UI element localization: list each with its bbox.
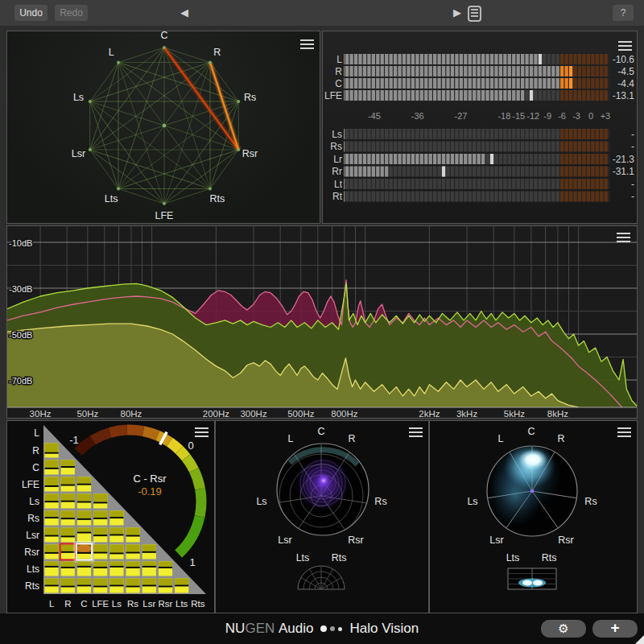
- matrix-cell[interactable]: [45, 528, 59, 543]
- matrix-row-label: Rs: [27, 513, 39, 524]
- back-icon[interactable]: ◀: [180, 6, 188, 19]
- brand-audio: Audio: [279, 621, 313, 637]
- spectrum-freq-label: 8kHz: [547, 409, 568, 418]
- matrix-cell[interactable]: [45, 511, 59, 526]
- resize-grip[interactable]: [635, 635, 644, 644]
- meter-scale-label: -36: [411, 111, 424, 121]
- matrix-cell[interactable]: [142, 545, 156, 559]
- brand-product: Halo Vision: [349, 621, 419, 637]
- matrix-cell[interactable]: [93, 511, 107, 526]
- brand-gen: GEN: [245, 621, 275, 637]
- matrix-cell[interactable]: [61, 562, 75, 576]
- meter-channel-label: LFE: [324, 90, 342, 101]
- matrix-cell[interactable]: [142, 562, 156, 576]
- add-instance-button[interactable]: +: [592, 620, 638, 638]
- gauge-zero-label: 0: [184, 440, 198, 452]
- matrix-cell[interactable]: [93, 579, 107, 593]
- meter-scale-label: -45: [368, 111, 381, 121]
- gauge-pair-label: C - Rsr: [101, 473, 198, 485]
- panel-menu-icon[interactable]: [300, 39, 314, 52]
- scope-channel-label: C: [317, 426, 324, 437]
- matrix-cell[interactable]: [109, 511, 123, 526]
- scope-height-label: Lts: [506, 552, 520, 564]
- matrix-cell[interactable]: [61, 579, 75, 593]
- matrix-col-label: Rs: [127, 599, 138, 609]
- matrix-col-label: Lts: [175, 599, 188, 609]
- toolbar: Undo Redo ◀ ▶ ?: [0, 0, 644, 26]
- matrix-col-label: Rsr: [159, 599, 173, 609]
- web-channel-label: Lts: [105, 193, 118, 204]
- matrix-cell[interactable]: [61, 494, 75, 509]
- matrix-cell[interactable]: [109, 545, 123, 559]
- matrix-cell[interactable]: [175, 579, 188, 593]
- matrix-cell[interactable]: [45, 444, 59, 458]
- meter-channel-label: C: [335, 78, 342, 89]
- matrix-cell[interactable]: [126, 545, 140, 559]
- matrix-cell[interactable]: [77, 477, 91, 492]
- matrix-cell[interactable]: [45, 494, 59, 509]
- matrix-cell[interactable]: [45, 579, 59, 593]
- panel-menu-icon[interactable]: [617, 427, 631, 440]
- surround-scope-graphic: CLRLsRsLsrRsrLtsRts: [216, 421, 428, 613]
- correlation-web-panel: CRRsRsrRtsLFELtsLsrLsL: [6, 31, 320, 224]
- matrix-cell[interactable]: [45, 545, 59, 559]
- scope-channel-label: Rs: [584, 496, 597, 507]
- matrix-cell[interactable]: [45, 460, 59, 475]
- matrix-cell[interactable]: [60, 544, 76, 560]
- matrix-cell[interactable]: [159, 579, 172, 593]
- matrix-row-label: C: [32, 462, 39, 473]
- matrix-cell[interactable]: [93, 545, 107, 559]
- matrix-cell[interactable]: [77, 494, 91, 509]
- panel-menu-icon[interactable]: [195, 427, 208, 440]
- redo-button[interactable]: Redo: [55, 5, 88, 21]
- meter-scale-label: -18: [497, 111, 510, 121]
- undo-button[interactable]: Undo: [14, 5, 47, 21]
- plus-icon: +: [610, 619, 619, 636]
- spectrum-graphic: -10dB-30dB-50dB-70dB30Hz50Hz80Hz200Hz300…: [7, 226, 637, 418]
- matrix-col-label: Rts: [191, 599, 205, 609]
- matrix-cell[interactable]: [109, 528, 123, 543]
- play-icon[interactable]: ▶: [453, 6, 461, 19]
- matrix-cell[interactable]: [77, 579, 91, 593]
- matrix-cell[interactable]: [109, 579, 123, 593]
- matrix-cell[interactable]: [77, 528, 91, 543]
- web-channel-label: Lsr: [72, 148, 85, 159]
- matrix-cell[interactable]: [126, 579, 140, 593]
- matrix-cell[interactable]: [75, 543, 93, 561]
- spectrum-freq-label: 30Hz: [30, 409, 52, 418]
- matrix-cell[interactable]: [77, 562, 91, 576]
- web-channel-label: Rts: [209, 193, 225, 204]
- matrix-cell[interactable]: [109, 562, 123, 576]
- meter-readout: -4.4: [617, 78, 634, 89]
- settings-button[interactable]: ⚙: [541, 620, 586, 638]
- matrix-cell[interactable]: [61, 528, 75, 543]
- matrix-row-label: L: [34, 427, 39, 439]
- panel-menu-icon[interactable]: [617, 233, 630, 245]
- matrix-row-label: Ls: [29, 496, 39, 507]
- panel-menu-icon[interactable]: [618, 41, 632, 53]
- matrix-cell[interactable]: [126, 528, 140, 543]
- scope-channel-label: Lsr: [489, 535, 503, 546]
- meter-channel-label: Lr: [333, 154, 342, 165]
- matrix-cell[interactable]: [159, 562, 172, 576]
- energy-scope-panel: CLRLsRsLsrRsrLtsRts: [429, 420, 638, 613]
- help-button[interactable]: ?: [613, 5, 634, 21]
- matrix-cell[interactable]: [45, 477, 59, 492]
- matrix-cell[interactable]: [126, 562, 140, 576]
- panel-menu-icon[interactable]: [409, 427, 423, 440]
- matrix-cell[interactable]: [61, 511, 75, 526]
- meter-channel-label: Rt: [332, 191, 343, 202]
- matrix-cell[interactable]: [45, 562, 59, 576]
- document-icon[interactable]: [468, 6, 481, 22]
- meter-readout: -: [631, 141, 634, 152]
- matrix-cell[interactable]: [93, 562, 107, 576]
- matrix-cell[interactable]: [93, 528, 107, 543]
- matrix-cell[interactable]: [61, 460, 75, 475]
- matrix-cell[interactable]: [77, 511, 91, 526]
- web-channel-label: Ls: [73, 92, 84, 103]
- level-meters-graphic: L-10.6R-4.5C-4.4LFE-13.1-45-36-27-18-15-…: [323, 31, 637, 223]
- matrix-cell[interactable]: [142, 579, 156, 593]
- meter-readout: -: [631, 129, 634, 140]
- matrix-cell[interactable]: [61, 477, 75, 492]
- scope-channel-label: Lsr: [278, 535, 291, 546]
